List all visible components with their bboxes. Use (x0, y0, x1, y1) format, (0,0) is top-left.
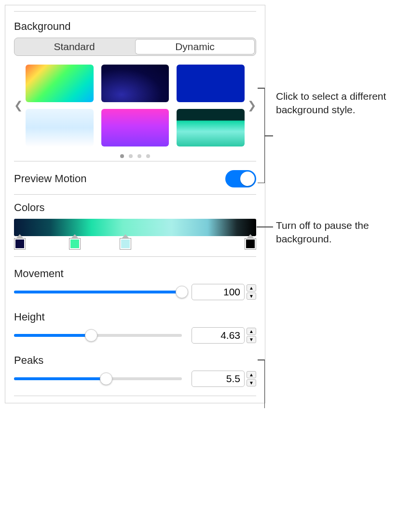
background-style-grid (23, 65, 247, 146)
color-stop[interactable] (245, 238, 256, 250)
movement-slider[interactable] (14, 285, 182, 299)
bg-style-thumb[interactable] (177, 65, 245, 102)
bg-style-thumb[interactable] (26, 109, 94, 146)
page-indicator (14, 154, 256, 158)
bg-style-thumb[interactable] (26, 65, 94, 102)
page-dot[interactable] (146, 154, 150, 158)
movement-input[interactable] (192, 284, 245, 300)
preview-motion-toggle[interactable] (225, 170, 256, 187)
preview-motion-label: Preview Motion (14, 173, 86, 185)
height-input[interactable] (192, 327, 245, 344)
page-dot[interactable] (137, 154, 141, 158)
color-stop[interactable] (69, 238, 81, 250)
peaks-label: Peaks (14, 354, 256, 367)
tab-standard[interactable]: Standard (14, 38, 134, 55)
bg-style-thumb[interactable] (101, 109, 169, 146)
callout-preview-motion: Turn off to pause the background. (276, 219, 405, 246)
background-heading: Background (14, 20, 256, 33)
peaks-step-up[interactable]: ▲ (247, 371, 256, 378)
callout-bg-style: Click to select a different background s… (276, 90, 405, 117)
movement-step-up[interactable]: ▲ (247, 284, 256, 292)
tab-dynamic[interactable]: Dynamic (135, 39, 255, 54)
peaks-step-down[interactable]: ▼ (247, 379, 256, 386)
page-dot[interactable] (120, 154, 124, 158)
height-step-up[interactable]: ▲ (247, 328, 256, 335)
bg-style-thumb[interactable] (101, 65, 169, 102)
height-label: Height (14, 311, 256, 323)
color-gradient-strip[interactable] (14, 219, 256, 236)
color-stop[interactable] (14, 238, 26, 250)
background-tabs: Standard Dynamic (14, 38, 256, 56)
chevron-right-icon[interactable]: ❯ (247, 99, 256, 112)
toggle-knob (240, 172, 255, 186)
background-panel: Background Standard Dynamic ❮ ❯ (5, 5, 265, 403)
movement-label: Movement (14, 267, 256, 280)
chevron-left-icon[interactable]: ❮ (14, 99, 23, 112)
page-dot[interactable] (129, 154, 133, 158)
movement-step-down[interactable]: ▼ (247, 293, 256, 300)
height-step-down[interactable]: ▼ (247, 336, 256, 343)
peaks-input[interactable] (192, 371, 245, 387)
callouts: Click to select a different background s… (265, 5, 405, 403)
height-slider[interactable] (14, 329, 182, 342)
peaks-slider[interactable] (14, 372, 182, 386)
bg-style-thumb[interactable] (177, 109, 245, 146)
colors-heading: Colors (14, 201, 256, 214)
color-stop[interactable] (120, 238, 131, 250)
